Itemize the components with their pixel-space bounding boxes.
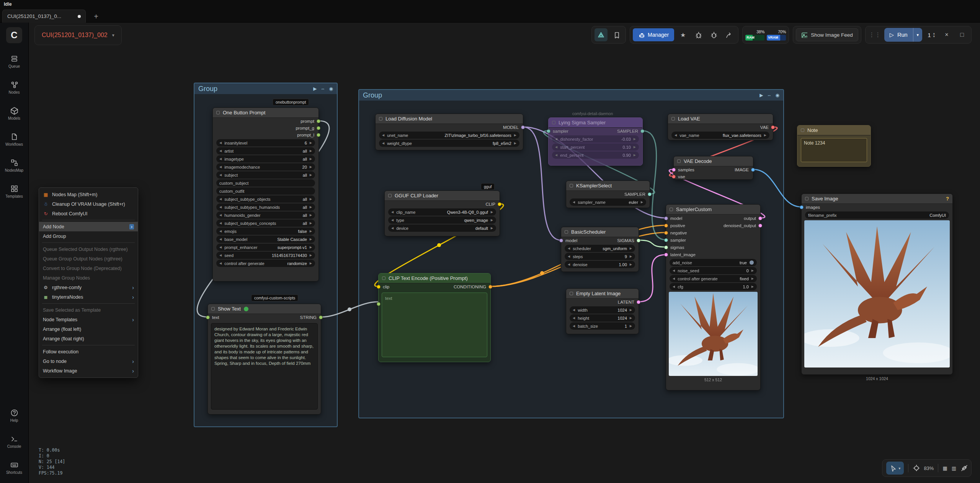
- combo-left-arrow-icon[interactable]: ◀: [219, 157, 222, 161]
- widget-subject[interactable]: ◀subjectall▶: [216, 171, 315, 179]
- node-note[interactable]: Note Note 1234: [797, 125, 871, 167]
- collapse-icon[interactable]: [801, 128, 804, 132]
- menu-item-add-node[interactable]: Add Node›: [39, 222, 138, 231]
- drag-handle-icon[interactable]: ⋮⋮: [868, 31, 882, 38]
- menu-item-follow-execution[interactable]: Follow execution: [39, 347, 138, 356]
- combo-left-arrow-icon[interactable]: ◀: [555, 145, 557, 149]
- widget-sampler-name[interactable]: ◀sampler_nameeuler▶: [570, 198, 646, 206]
- combo-left-arrow-icon[interactable]: ◀: [568, 247, 570, 250]
- output-slot-sampler[interactable]: [648, 192, 652, 196]
- widget-seed[interactable]: ◀seed151451673174430▶: [216, 252, 315, 259]
- input-slot-images[interactable]: [800, 205, 804, 209]
- combo-right-arrow-icon[interactable]: ▶: [310, 141, 312, 145]
- run-options-button[interactable]: ▾: [913, 28, 923, 42]
- sidebar-item-nodes[interactable]: Nodes: [2, 76, 27, 99]
- combo-right-arrow-icon[interactable]: ▶: [491, 210, 493, 214]
- widget-prompt-enhancer[interactable]: ◀prompt_enhancersuperprompt-v1▶: [216, 244, 315, 251]
- widget-clip-name[interactable]: ◀clip_nameQwen3-4B-Q8_0.gguf▶: [388, 208, 496, 216]
- output-slot-denoised-output[interactable]: [758, 224, 762, 228]
- node-clip-text-encode[interactable]: CLIP Text Encode (Positive Prompt) clip …: [378, 273, 491, 362]
- workflow-tab[interactable]: CUI(251201_0137)_0...: [2, 10, 86, 23]
- node-empty-latent-image[interactable]: Empty Latent Image LATENT ◀width1024▶ ◀h…: [566, 288, 639, 334]
- menu-item-cleanup-vram[interactable]: ☃Cleanup Of VRAM Usage (Shift+r): [39, 199, 138, 209]
- link-visibility-button[interactable]: [960, 464, 967, 472]
- menu-item-rgthree-comfy[interactable]: ⚙rgthree-comfy›: [39, 283, 138, 292]
- combo-right-arrow-icon[interactable]: ▶: [634, 153, 636, 157]
- node-sampler-custom[interactable]: SamplerCustom model output positive deno…: [666, 204, 761, 390]
- collapse-icon[interactable]: [382, 276, 385, 280]
- menu-item-tinyterra-nodes[interactable]: ◼tinyterraNodes›: [39, 292, 138, 302]
- widget-steps[interactable]: ◀steps9▶: [565, 253, 635, 260]
- pointer-mode-button[interactable]: ▾: [886, 462, 904, 475]
- node-ksampler-select[interactable]: KSamplerSelect SAMPLER ◀sampler_nameeule…: [566, 181, 650, 208]
- node-header[interactable]: One Button Prompt: [213, 108, 318, 118]
- widget-subject-subtypes-humanoids[interactable]: ◀subject_subtypes_humanoidsall▶: [216, 203, 315, 211]
- group-play-icon[interactable]: ▶: [760, 93, 763, 98]
- input-slot-text[interactable]: [206, 315, 210, 319]
- combo-left-arrow-icon[interactable]: ◀: [219, 213, 222, 217]
- widget-device[interactable]: ◀devicedefault▶: [388, 224, 496, 232]
- combo-left-arrow-icon[interactable]: ◀: [219, 173, 222, 177]
- combo-right-arrow-icon[interactable]: ▶: [310, 157, 312, 161]
- group-fit-icon[interactable]: ⇔: [321, 86, 325, 91]
- comfyui-logo[interactable]: C: [6, 27, 22, 43]
- widget-insanitylevel[interactable]: ◀insanitylevel6▶: [216, 139, 315, 146]
- combo-left-arrow-icon[interactable]: ◀: [673, 285, 675, 288]
- combo-left-arrow-icon[interactable]: ◀: [219, 149, 222, 153]
- input-slot-sampler[interactable]: [547, 129, 550, 133]
- node-header[interactable]: Lying Sigma Sampler: [549, 118, 642, 128]
- node-header[interactable]: Load Diffusion Model: [376, 114, 523, 124]
- menu-item-workflow-image[interactable]: Workflow Image›: [39, 366, 138, 376]
- collapse-icon[interactable]: [211, 307, 215, 311]
- batch-count-stepper[interactable]: 1 ▴ ▾: [924, 32, 938, 38]
- node-header[interactable]: Load VAE: [668, 114, 773, 124]
- combo-left-arrow-icon[interactable]: ◀: [673, 277, 675, 280]
- output-slot-vae[interactable]: [771, 125, 775, 129]
- menu-item-nodes-map[interactable]: ▦Nodes Map (Shift+m): [39, 190, 138, 199]
- widget-control-after-generate[interactable]: ◀control after generaterandomize▶: [216, 260, 315, 267]
- group-play-icon[interactable]: ▶: [313, 86, 317, 91]
- collapse-icon[interactable]: [565, 230, 568, 234]
- zoom-level[interactable]: 83%: [924, 465, 934, 471]
- widget-add-noise[interactable]: add_noisetrue: [670, 259, 757, 266]
- bug-scan-button[interactable]: [707, 28, 720, 41]
- menu-item-queue-selected-outputs[interactable]: Queue Selected Output Nodes (rgthree): [39, 244, 138, 254]
- share-button[interactable]: [722, 28, 735, 41]
- panel-toggle-icon[interactable]: ▥: [952, 465, 956, 471]
- combo-left-arrow-icon[interactable]: ◀: [573, 316, 575, 320]
- collapse-icon[interactable]: [552, 121, 555, 124]
- combo-right-arrow-icon[interactable]: ▶: [310, 213, 312, 217]
- combo-right-arrow-icon[interactable]: ▶: [310, 262, 312, 265]
- input-slot-vae[interactable]: [672, 175, 676, 179]
- new-tab-button[interactable]: +: [91, 11, 101, 21]
- combo-left-arrow-icon[interactable]: ◀: [391, 226, 394, 230]
- sidebar-item-models[interactable]: Models: [2, 102, 27, 125]
- widget-artist[interactable]: ◀artistall▶: [216, 147, 315, 154]
- node-basic-scheduler[interactable]: BasicScheduler model SIGMAS ◀schedulersg…: [561, 227, 639, 272]
- widget-batch-size[interactable]: ◀batch_size1▶: [570, 322, 635, 330]
- collapse-icon[interactable]: [677, 159, 681, 163]
- group-eye-icon[interactable]: ◉: [329, 86, 333, 91]
- group-title-bar[interactable]: Group ▶ ⇔ ◉: [359, 90, 783, 101]
- combo-left-arrow-icon[interactable]: ◀: [673, 269, 675, 272]
- note-content[interactable]: Note 1234: [801, 138, 867, 162]
- combo-left-arrow-icon[interactable]: ◀: [573, 200, 575, 204]
- clear-queue-button[interactable]: ×: [940, 28, 953, 41]
- menu-item-queue-group-outputs[interactable]: Queue Group Output Nodes (rgthree): [39, 254, 138, 263]
- minimap-toggle-icon[interactable]: ▦: [942, 465, 947, 471]
- combo-right-arrow-icon[interactable]: ▶: [514, 133, 516, 137]
- run-button[interactable]: ▷ Run ▾: [884, 28, 922, 42]
- widget-height[interactable]: ◀height1024▶: [570, 314, 635, 322]
- combo-left-arrow-icon[interactable]: ◀: [219, 221, 222, 225]
- widget-humanoids-gender[interactable]: ◀humanoids_genderall▶: [216, 211, 315, 219]
- sidebar-item-console[interactable]: Console: [2, 430, 27, 453]
- widget-weight-dtype[interactable]: ◀weight_dtypefp8_e5m2▶: [379, 140, 519, 147]
- node-show-text[interactable]: Show Text text STRING designed by Edward…: [207, 304, 321, 415]
- node-header[interactable]: CLIP Text Encode (Positive Prompt): [379, 273, 490, 283]
- toggle-icon[interactable]: [750, 260, 754, 265]
- menu-item-go-to-node[interactable]: Go to node›: [39, 356, 138, 366]
- input-slot-sampler[interactable]: [664, 238, 668, 242]
- sidebar-item-workflows[interactable]: Workflows: [2, 128, 27, 151]
- menu-item-add-group[interactable]: Add Group: [39, 231, 138, 241]
- combo-left-arrow-icon[interactable]: ◀: [568, 263, 570, 266]
